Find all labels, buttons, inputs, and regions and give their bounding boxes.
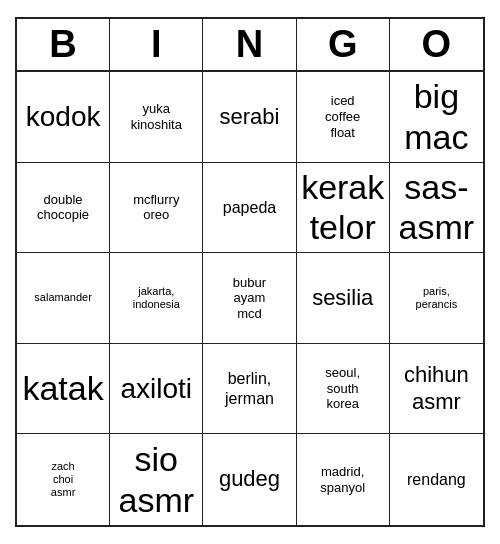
- cell-text: double chocopie: [37, 192, 89, 223]
- bingo-cell[interactable]: rendang: [390, 434, 483, 525]
- bingo-cell[interactable]: kodok: [17, 72, 110, 163]
- cell-text: gudeg: [219, 466, 280, 492]
- header-letter: I: [110, 19, 203, 70]
- cell-text: zach choi asmr: [51, 460, 75, 500]
- cell-text: sesilia: [312, 285, 373, 311]
- header-letter: N: [203, 19, 296, 70]
- cell-text: seoul, south korea: [325, 365, 360, 412]
- cell-text: rendang: [407, 470, 466, 489]
- bingo-cell[interactable]: sas- asmr: [390, 163, 483, 254]
- cell-text: paris, perancis: [416, 285, 458, 311]
- bingo-cell[interactable]: madrid, spanyol: [297, 434, 390, 525]
- bingo-cell[interactable]: papeda: [203, 163, 296, 254]
- bingo-cell[interactable]: axiloti: [110, 344, 203, 435]
- bingo-grid: kodokyuka kinoshitaserabiiced coffee flo…: [17, 72, 483, 525]
- bingo-cell[interactable]: double chocopie: [17, 163, 110, 254]
- cell-text: berlin, jerman: [225, 369, 274, 407]
- cell-text: katak: [22, 368, 103, 409]
- bingo-card: BINGO kodokyuka kinoshitaserabiiced coff…: [15, 17, 485, 527]
- header-letter: B: [17, 19, 110, 70]
- bingo-cell[interactable]: sesilia: [297, 253, 390, 344]
- cell-text: kodok: [26, 100, 101, 134]
- bingo-cell[interactable]: kerak telor: [297, 163, 390, 254]
- bingo-cell[interactable]: sio asmr: [110, 434, 203, 525]
- bingo-cell[interactable]: chihun asmr: [390, 344, 483, 435]
- header-letter: O: [390, 19, 483, 70]
- cell-text: iced coffee float: [325, 93, 360, 140]
- bingo-cell[interactable]: yuka kinoshita: [110, 72, 203, 163]
- cell-text: papeda: [223, 198, 276, 217]
- cell-text: salamander: [34, 291, 91, 304]
- bingo-cell[interactable]: iced coffee float: [297, 72, 390, 163]
- bingo-cell[interactable]: katak: [17, 344, 110, 435]
- cell-text: serabi: [220, 104, 280, 130]
- cell-text: big mac: [404, 76, 468, 158]
- cell-text: axiloti: [120, 372, 192, 406]
- cell-text: sas- asmr: [399, 167, 475, 249]
- cell-text: madrid, spanyol: [320, 464, 365, 495]
- cell-text: sio asmr: [119, 439, 195, 521]
- bingo-cell[interactable]: jakarta, indonesia: [110, 253, 203, 344]
- bingo-header: BINGO: [17, 19, 483, 72]
- cell-text: bubur ayam mcd: [233, 275, 266, 322]
- bingo-cell[interactable]: serabi: [203, 72, 296, 163]
- bingo-cell[interactable]: berlin, jerman: [203, 344, 296, 435]
- header-letter: G: [297, 19, 390, 70]
- bingo-cell[interactable]: mcflurry oreo: [110, 163, 203, 254]
- bingo-cell[interactable]: paris, perancis: [390, 253, 483, 344]
- bingo-cell[interactable]: salamander: [17, 253, 110, 344]
- bingo-cell[interactable]: bubur ayam mcd: [203, 253, 296, 344]
- bingo-cell[interactable]: seoul, south korea: [297, 344, 390, 435]
- cell-text: yuka kinoshita: [131, 101, 182, 132]
- cell-text: kerak telor: [301, 167, 384, 249]
- bingo-cell[interactable]: gudeg: [203, 434, 296, 525]
- bingo-cell[interactable]: zach choi asmr: [17, 434, 110, 525]
- cell-text: chihun asmr: [404, 362, 469, 415]
- cell-text: jakarta, indonesia: [133, 285, 180, 311]
- bingo-cell[interactable]: big mac: [390, 72, 483, 163]
- cell-text: mcflurry oreo: [133, 192, 179, 223]
